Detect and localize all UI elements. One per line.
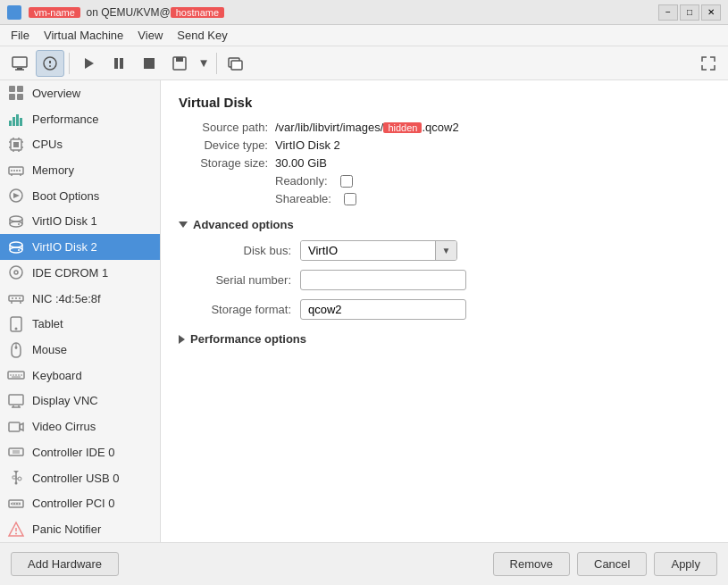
sidebar-item-video-cirrus[interactable]: Video Cirrus xyxy=(0,414,160,439)
sidebar-item-controller-pci-0[interactable]: Controller PCI 0 xyxy=(0,491,160,517)
svg-marker-6 xyxy=(85,58,94,69)
svg-point-48 xyxy=(10,247,22,253)
source-path-hidden: hidden xyxy=(383,122,422,133)
sidebar-item-nic[interactable]: NIC :4d:5e:8f xyxy=(0,286,160,312)
svg-point-5 xyxy=(49,65,51,67)
titlebar: vm-name on QEMU/KVM@hostname − □ ✕ xyxy=(0,0,728,25)
toolbar-monitor-btn[interactable] xyxy=(5,50,34,77)
device-type-row: Device type: VirtIO Disk 2 xyxy=(179,138,710,152)
controller-ide-icon-wrapper xyxy=(7,443,25,461)
toolbar-save-dropdown-btn[interactable]: ▼ xyxy=(196,50,212,77)
sidebar-item-memory[interactable]: Memory xyxy=(0,157,160,183)
svg-rect-17 xyxy=(17,94,23,100)
sidebar-item-tablet[interactable]: Tablet xyxy=(0,311,160,337)
menu-send-key[interactable]: Send Key xyxy=(170,27,234,44)
monitor-icon xyxy=(11,54,29,72)
sidebar-item-overview[interactable]: Overview xyxy=(0,80,160,106)
menu-file[interactable]: File xyxy=(4,27,37,44)
usb-icon xyxy=(7,469,25,487)
sidebar-item-label: IDE CDROM 1 xyxy=(32,266,108,280)
sidebar-item-label: Panic Notifier xyxy=(32,522,101,536)
sidebar-item-boot-options[interactable]: Boot Options xyxy=(0,183,160,209)
toolbar-save-btn[interactable] xyxy=(165,50,194,77)
sidebar-item-panic-notifier[interactable]: Panic Notifier xyxy=(0,516,160,542)
sidebar-item-cpus[interactable]: CPUs xyxy=(0,131,160,157)
svg-rect-75 xyxy=(9,448,23,455)
sidebar-item-label: Overview xyxy=(32,87,80,100)
sidebar-item-label: Controller PCI 0 xyxy=(32,497,114,510)
cancel-button[interactable]: Cancel xyxy=(577,552,647,576)
advanced-options-label: Advanced options xyxy=(193,218,294,231)
keyboard-icon xyxy=(7,366,25,384)
minimize-button[interactable]: − xyxy=(658,4,678,21)
stop-icon xyxy=(140,54,158,72)
sidebar-item-performance[interactable]: Performance xyxy=(0,106,160,132)
apply-button[interactable]: Apply xyxy=(654,552,717,576)
host-name: hostname xyxy=(171,7,224,18)
sidebar-item-label: Performance xyxy=(32,113,98,126)
svg-point-44 xyxy=(18,223,20,225)
svg-point-56 xyxy=(15,297,17,299)
main-layout: Overview Performance xyxy=(0,80,728,542)
bottom-right: Remove Cancel Apply xyxy=(493,552,717,576)
svg-rect-18 xyxy=(9,121,12,126)
shareable-checkbox[interactable] xyxy=(344,193,356,205)
toolbar-run-btn[interactable] xyxy=(74,50,103,77)
toolbar-pause-btn[interactable] xyxy=(105,50,133,77)
disk-bus-label: Disk bus: xyxy=(193,244,291,257)
controller-usb-icon-wrapper xyxy=(7,469,25,487)
remove-button[interactable]: Remove xyxy=(493,552,570,576)
sidebar-item-controller-ide-0[interactable]: Controller IDE 0 xyxy=(0,439,160,465)
performance-options-header[interactable]: Performance options xyxy=(179,332,710,346)
svg-point-92 xyxy=(15,532,17,534)
storage-size-row: Storage size: 30.00 GiB xyxy=(179,156,710,170)
sidebar-item-keyboard[interactable]: Keyboard xyxy=(0,363,160,389)
menu-view[interactable]: View xyxy=(130,27,170,44)
menu-virtual-machine[interactable]: Virtual Machine xyxy=(37,27,130,44)
titlebar-left: vm-name on QEMU/KVM@hostname xyxy=(7,5,224,20)
sidebar: Overview Performance xyxy=(0,80,161,542)
disk-bus-dropdown-arrow[interactable]: ▼ xyxy=(435,241,456,260)
disk-bus-select[interactable]: VirtIOIDESCSIUSBSATA xyxy=(301,241,435,260)
toolbar-snapshot-btn[interactable] xyxy=(222,50,250,77)
snapshot-icon xyxy=(227,54,245,72)
add-hardware-button[interactable]: Add Hardware xyxy=(11,552,119,576)
storage-format-input[interactable] xyxy=(300,299,466,320)
serial-number-input[interactable] xyxy=(300,270,466,290)
sidebar-item-controller-usb-0[interactable]: Controller USB 0 xyxy=(0,465,160,491)
svg-rect-23 xyxy=(13,142,19,147)
sidebar-item-mouse[interactable]: Mouse xyxy=(0,337,160,363)
bottom-bar: Add Hardware Remove Cancel Apply xyxy=(0,542,728,585)
sidebar-item-label: Keyboard xyxy=(32,369,82,382)
tablet-icon xyxy=(7,315,25,333)
toolbar-details-btn[interactable] xyxy=(36,50,64,77)
toolbar-separator-2 xyxy=(216,53,217,74)
performance-options-label: Performance options xyxy=(190,332,306,346)
device-type-value: VirtIO Disk 2 xyxy=(275,138,340,152)
svg-rect-19 xyxy=(13,117,15,126)
sidebar-item-ide-cdrom-1[interactable]: IDE CDROM 1 xyxy=(0,260,160,286)
readonly-label: Readonly: xyxy=(275,174,328,188)
toolbar-stop-btn[interactable] xyxy=(135,50,163,77)
sidebar-item-virtio-disk-2[interactable]: VirtIO Disk 2 xyxy=(0,234,160,260)
disk-icon xyxy=(7,213,25,230)
sidebar-item-label: Controller USB 0 xyxy=(32,472,120,485)
svg-rect-21 xyxy=(20,118,22,126)
cpu-icon xyxy=(7,136,25,154)
sidebar-item-virtio-disk-1[interactable]: VirtIO Disk 1 xyxy=(0,209,160,235)
readonly-checkbox[interactable] xyxy=(340,175,353,188)
sidebar-item-label: Boot Options xyxy=(32,189,99,203)
nic-icon xyxy=(7,289,25,307)
advanced-options-header[interactable]: Advanced options xyxy=(179,218,710,231)
close-button[interactable]: ✕ xyxy=(701,4,721,21)
svg-rect-73 xyxy=(9,422,20,431)
svg-rect-16 xyxy=(9,94,15,100)
sidebar-item-display-vnc[interactable]: Display VNC xyxy=(0,389,160,414)
window-title: vm-name on QEMU/KVM@hostname xyxy=(29,6,224,19)
source-path-row: Source path: /var/lib/libvirt/images/hid… xyxy=(179,121,710,134)
video-icon xyxy=(7,418,25,436)
maximize-button[interactable]: □ xyxy=(680,4,699,21)
svg-rect-9 xyxy=(144,58,155,69)
svg-point-51 xyxy=(14,271,18,274)
toolbar-fullscreen-btn[interactable] xyxy=(694,50,723,77)
